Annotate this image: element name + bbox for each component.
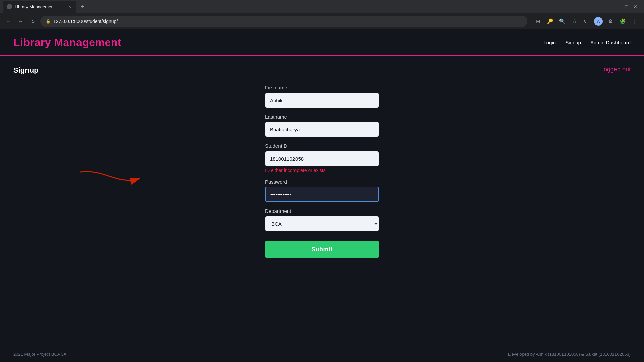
- bookmark-button[interactable]: ☆: [569, 16, 580, 27]
- lastname-input[interactable]: [265, 122, 379, 137]
- page-wrapper: Library Management Login Signup Admin Da…: [0, 29, 644, 362]
- minimize-button[interactable]: ─: [616, 4, 620, 9]
- studentid-error: ID either incomplete or exists: [265, 168, 379, 173]
- department-group: Department BCA BCS BSc MCA MCS: [265, 208, 379, 231]
- arrow-annotation: [77, 165, 144, 193]
- logged-out-status: logged out: [602, 66, 631, 73]
- lock-icon: 🔒: [46, 19, 51, 24]
- navbar: Library Management Login Signup Admin Da…: [0, 29, 644, 56]
- studentid-label: StudentID: [265, 143, 379, 149]
- profile-avatar: A: [594, 17, 603, 26]
- new-tab-button[interactable]: +: [78, 2, 87, 11]
- url-text: 127.0.0.1:8000/student/signup/: [53, 19, 522, 24]
- admin-dashboard-link[interactable]: Admin Dashboard: [590, 40, 631, 45]
- department-select[interactable]: BCA BCS BSc MCA MCS: [265, 216, 379, 231]
- window-controls: ─ □ ✕: [616, 4, 641, 9]
- active-tab[interactable]: Library Management ✕: [3, 1, 76, 13]
- password-label: Password: [265, 179, 379, 185]
- submit-button[interactable]: Submit: [265, 241, 379, 258]
- footer: 2021 Major Project BCA 3A Developed by A…: [0, 346, 644, 362]
- page-heading: Signup: [13, 66, 631, 75]
- firstname-input[interactable]: [265, 93, 379, 108]
- toolbar-icons: ⊞ 🔑 🔍 ☆ 🛡 A ⚙ 🧩 ⋮: [533, 16, 640, 27]
- back-button[interactable]: ←: [4, 17, 13, 26]
- extensions-icon[interactable]: 🧩: [617, 16, 628, 27]
- studentid-input[interactable]: [265, 151, 379, 166]
- firstname-label: Firstname: [265, 85, 379, 90]
- close-button[interactable]: ✕: [633, 4, 637, 9]
- tab-bar: Library Management ✕ + ─ □ ✕: [0, 0, 644, 13]
- password-group: Password: [265, 179, 379, 202]
- footer-right: Developed by Abhik (181001102058) & Saik…: [508, 352, 631, 357]
- firstname-group: Firstname: [265, 85, 379, 108]
- menu-button[interactable]: ⋮: [629, 16, 640, 27]
- profile-menu[interactable]: A: [593, 16, 604, 27]
- lastname-label: Lastname: [265, 114, 379, 120]
- studentid-group: StudentID ID either incomplete or exists: [265, 143, 379, 173]
- password-input[interactable]: [265, 187, 379, 202]
- tab-favicon: [7, 4, 12, 9]
- address-bar[interactable]: 🔒 127.0.0.1:8000/student/signup/: [40, 16, 527, 27]
- maximize-button[interactable]: □: [625, 4, 628, 9]
- extensions-button[interactable]: ⊞: [533, 16, 543, 27]
- browser-chrome: Library Management ✕ + ─ □ ✕ ← → ↻ 🔒 127…: [0, 0, 644, 29]
- nav-links: Login Signup Admin Dashboard: [544, 40, 631, 45]
- reload-button[interactable]: ↻: [28, 17, 38, 26]
- department-label: Department: [265, 208, 379, 214]
- forward-button[interactable]: →: [16, 17, 25, 26]
- brand-title: Library Management: [13, 36, 121, 49]
- signup-link[interactable]: Signup: [565, 40, 581, 45]
- footer-left: 2021 Major Project BCA 3A: [13, 352, 66, 357]
- key-icon[interactable]: 🔑: [545, 16, 555, 27]
- main-content: Signup logged out Firstname: [0, 56, 644, 346]
- lastname-group: Lastname: [265, 114, 379, 137]
- zoom-button[interactable]: 🔍: [557, 16, 568, 27]
- signup-form: Firstname Lastname StudentID ID either i…: [265, 85, 379, 258]
- address-bar-row: ← → ↻ 🔒 127.0.0.1:8000/student/signup/ ⊞…: [0, 13, 644, 29]
- tab-title: Library Management: [15, 4, 64, 9]
- settings-button[interactable]: ⚙: [605, 16, 616, 27]
- form-area: Firstname Lastname StudentID ID either i…: [13, 81, 631, 258]
- tab-close-button[interactable]: ✕: [67, 4, 72, 9]
- shield-icon[interactable]: 🛡: [581, 16, 592, 27]
- login-link[interactable]: Login: [544, 40, 556, 45]
